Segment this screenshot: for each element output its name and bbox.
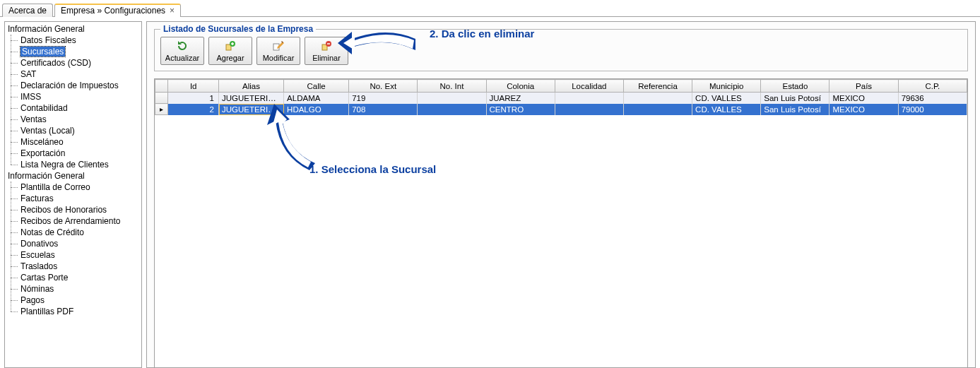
toolbar: Actualizar Agregar Modificar — [160, 37, 962, 65]
sidebar-item-ventas-local-[interactable]: Ventas (Local) — [5, 125, 141, 136]
sidebar-item-certificados-csd-[interactable]: Certificados (CSD) — [5, 57, 141, 69]
table-row[interactable]: 1JUGUETERIA LA...ALDAMA719JUAREZCD. VALL… — [155, 93, 967, 104]
delete-button[interactable]: Eliminar — [305, 37, 348, 65]
sidebar-item-recibos-de-arrendamiento[interactable]: Recibos de Arrendamiento — [5, 215, 141, 227]
cell-alias[interactable]: JUGUETERIA LA... — [219, 93, 284, 104]
cell-localidad[interactable] — [555, 104, 623, 115]
sidebar-item-donativos[interactable]: Donativos — [5, 238, 141, 249]
sidebar-item-label: Datos Fiscales — [20, 35, 76, 45]
sidebar-item-sucursales[interactable]: Sucursales — [5, 46, 141, 57]
add-icon — [225, 40, 236, 53]
sidebar-item-label: Notas de Crédito — [20, 227, 84, 237]
sidebar-item-plantillas-pdf[interactable]: Plantillas PDF — [5, 306, 141, 317]
cell-cp[interactable]: 79000 — [898, 104, 967, 115]
cell-municipio[interactable]: CD. VALLES — [692, 104, 761, 115]
edit-icon — [273, 40, 284, 53]
col-header-c-p-[interactable]: C.P. — [898, 80, 967, 93]
sidebar-tree[interactable]: Información General Datos FiscalesSucurs… — [4, 21, 142, 368]
tree-group-label[interactable]: Información General — [5, 170, 141, 182]
cell-cp[interactable]: 79636 — [898, 93, 967, 104]
sidebar-item-label: Misceláneo — [20, 137, 64, 147]
cell-noint[interactable] — [418, 104, 486, 115]
sidebar-item-label: IMSS — [20, 92, 41, 102]
sidebar-item-ventas[interactable]: Ventas — [5, 114, 141, 125]
cell-alias[interactable]: JUGUETERIA LA... — [219, 104, 284, 115]
button-label: Agregar — [216, 54, 244, 62]
sidebar-item-pagos[interactable]: Pagos — [5, 295, 141, 306]
cell-id[interactable]: 1 — [168, 93, 219, 104]
col-header-localidad[interactable]: Localidad — [555, 80, 623, 93]
cell-pais[interactable]: MEXICO — [830, 93, 898, 104]
sidebar-item-datos-fiscales[interactable]: Datos Fiscales — [5, 35, 141, 46]
groupbox-sucursales: Listado de Sucursales de la Empresa Actu… — [154, 29, 968, 71]
sidebar-item-label: Donativos — [20, 239, 58, 249]
cell-id[interactable]: 2 — [168, 104, 219, 115]
cell-estado[interactable]: San Luis Potosí — [761, 93, 830, 104]
cell-noext[interactable]: 708 — [349, 104, 418, 115]
refresh-button[interactable]: Actualizar — [160, 37, 204, 65]
sucursales-grid[interactable]: IdAliasCalleNo. ExtNo. IntColoniaLocalid… — [154, 78, 968, 368]
cell-calle[interactable]: ALDAMA — [284, 93, 349, 104]
cell-municipio[interactable]: CD. VALLES — [692, 93, 761, 104]
sidebar-item-n-minas[interactable]: Nóminas — [5, 283, 141, 295]
sidebar-item-escuelas[interactable]: Escuelas — [5, 249, 141, 261]
col-header-pa-s[interactable]: País — [830, 80, 898, 93]
sidebar-item-declaraci-n-de-impuestos[interactable]: Declaración de Impuestos — [5, 80, 141, 91]
sidebar-item-label: Exportación — [20, 148, 65, 158]
sidebar-item-imss[interactable]: IMSS — [5, 91, 141, 102]
add-button[interactable]: Agregar — [208, 37, 252, 65]
edit-button[interactable]: Modificar — [256, 37, 300, 65]
col-header-municipio[interactable]: Municipio — [692, 80, 761, 93]
sidebar-item-label: Pagos — [20, 295, 45, 305]
sidebar-item-cartas-porte[interactable]: Cartas Porte — [5, 272, 141, 283]
group-title: Listado de Sucursales de la Empresa — [160, 24, 316, 34]
col-header-calle[interactable]: Calle — [284, 80, 349, 93]
cell-pais[interactable]: MEXICO — [830, 104, 898, 115]
cell-referencia[interactable] — [623, 104, 692, 115]
delete-icon — [321, 40, 332, 53]
cell-estado[interactable]: San Luis Potosí — [761, 104, 830, 115]
cell-referencia[interactable] — [623, 93, 692, 104]
col-header-alias[interactable]: Alias — [219, 80, 284, 93]
cell-noext[interactable]: 719 — [349, 93, 418, 104]
col-header-no-ext[interactable]: No. Ext — [349, 80, 418, 93]
main-panel: Listado de Sucursales de la Empresa Actu… — [146, 21, 976, 368]
row-header[interactable] — [155, 104, 168, 115]
sidebar-item-label: Sucursales — [20, 47, 65, 57]
cell-colonia[interactable]: CENTRO — [486, 104, 555, 115]
sidebar-item-label: Declaración de Impuestos — [20, 81, 119, 90]
row-header[interactable] — [155, 93, 168, 104]
col-header-no-int[interactable]: No. Int — [418, 80, 486, 93]
sidebar-item-label: Plantilla de Correo — [20, 182, 90, 192]
tree-group-label[interactable]: Información General — [5, 23, 141, 35]
sidebar-item-label: Escuelas — [20, 250, 55, 260]
button-label: Modificar — [263, 54, 295, 62]
sidebar-item-recibos-de-honorarios[interactable]: Recibos de Honorarios — [5, 204, 141, 215]
tab-label: Empresa » Configuraciones — [61, 6, 165, 16]
cell-localidad[interactable] — [555, 93, 623, 104]
sidebar-item-label: Facturas — [20, 194, 54, 203]
col-header-colonia[interactable]: Colonia — [486, 80, 555, 93]
tab-acerca-de[interactable]: Acerca de — [2, 4, 53, 17]
col-header-id[interactable]: Id — [168, 80, 219, 93]
tab-empresa-configuraciones[interactable]: Empresa » Configuraciones × — [54, 4, 181, 17]
sidebar-item-facturas[interactable]: Facturas — [5, 193, 141, 204]
sidebar-item-exportaci-n[interactable]: Exportación — [5, 148, 141, 159]
sidebar-item-notas-de-cr-dito[interactable]: Notas de Crédito — [5, 227, 141, 238]
sidebar-item-label: Contabilidad — [20, 103, 68, 113]
sidebar-item-lista-negra-de-clientes[interactable]: Lista Negra de Clientes — [5, 159, 141, 170]
sidebar-item-label: Ventas (Local) — [20, 126, 75, 136]
cell-noint[interactable] — [418, 93, 486, 104]
table-row[interactable]: 2JUGUETERIA LA...HDALGO708CENTROCD. VALL… — [155, 104, 967, 115]
sidebar-item-miscel-neo[interactable]: Misceláneo — [5, 136, 141, 148]
sidebar-item-plantilla-de-correo[interactable]: Plantilla de Correo — [5, 182, 141, 193]
sidebar-item-traslados[interactable]: Traslados — [5, 261, 141, 272]
sidebar-item-sat[interactable]: SAT — [5, 69, 141, 80]
cell-colonia[interactable]: JUAREZ — [486, 93, 555, 104]
col-header-estado[interactable]: Estado — [761, 80, 830, 93]
close-icon[interactable]: × — [170, 6, 175, 16]
cell-calle[interactable]: HDALGO — [284, 104, 349, 115]
col-header-referencia[interactable]: Referencia — [623, 80, 692, 93]
sidebar-item-contabilidad[interactable]: Contabilidad — [5, 102, 141, 114]
sidebar-item-label: Cartas Porte — [20, 273, 68, 283]
